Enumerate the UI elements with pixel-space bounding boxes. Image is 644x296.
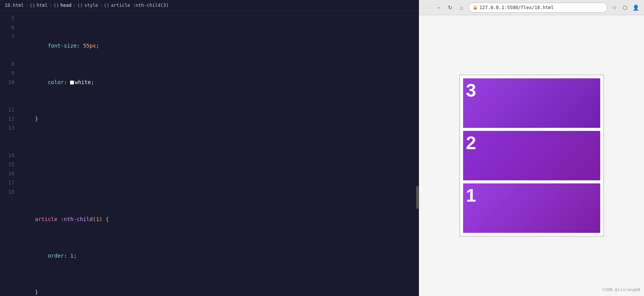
url-text: 127.0.0.1:5500/flex/18.html <box>479 5 554 10</box>
flex-box-3: 3 <box>463 78 600 128</box>
scrollbar-thumb[interactable] <box>416 186 419 209</box>
breadcrumb-style[interactable]: style <box>84 3 98 8</box>
scrollbar-track[interactable] <box>416 21 419 296</box>
breadcrumb-head[interactable]: head <box>61 3 72 8</box>
breadcrumb-sep-1: › <box>26 3 28 8</box>
forward-button[interactable]: → <box>434 3 443 12</box>
browser-toolbar: ← → ↻ ⌂ 🔒 127.0.0.1:5500/flex/18.html ☆ … <box>419 0 644 15</box>
home-button[interactable]: ⌂ <box>457 3 466 12</box>
flex-box-2: 2 <box>463 131 600 180</box>
editor-panel: 18.html › ⟨⟩ html › ⟨⟩ head › ⟨⟩ style ›… <box>0 0 419 296</box>
address-bar[interactable]: 🔒 127.0.0.1:5500/flex/18.html <box>468 3 607 13</box>
breadcrumb-style-icon: ⟨⟩ <box>77 3 83 8</box>
back-button[interactable]: ← <box>423 3 432 12</box>
line-numbers: 5 6 7 8 9 10 11 12 13 14 15 16 17 18 <box>0 11 19 296</box>
cast-button[interactable]: ⬡ <box>620 3 630 12</box>
breadcrumb: 18.html › ⟨⟩ html › ⟨⟩ head › ⟨⟩ style ›… <box>0 0 419 11</box>
breadcrumb-sep-4: › <box>100 3 102 8</box>
preview-area: 3 2 1 CSDN @liulang68 <box>419 15 644 296</box>
code-line-brace2: } <box>22 288 419 296</box>
code-editor[interactable]: font-size: 55px; color: white; } article… <box>19 11 419 296</box>
code-line-fontsize: font-size: 55px; <box>22 41 419 50</box>
watermark: CSDN @liulang68 <box>602 287 640 292</box>
reload-button[interactable]: ↻ <box>446 3 455 12</box>
browser-panel: ← → ↻ ⌂ 🔒 127.0.0.1:5500/flex/18.html ☆ … <box>419 0 644 296</box>
profile-button[interactable]: 👤 <box>631 3 640 12</box>
code-line-blank1 <box>22 151 419 160</box>
box-number-1: 1 <box>466 186 476 205</box>
breadcrumb-sep-2: › <box>49 3 52 8</box>
breadcrumb-head-icon: ⟨⟩ <box>53 3 59 8</box>
box-number-2: 2 <box>466 134 476 152</box>
box-number-3: 3 <box>466 81 476 100</box>
code-line-blank2 <box>22 178 419 187</box>
browser-viewport: 3 2 1 <box>459 75 604 237</box>
code-line-brace1: } <box>22 114 419 123</box>
flex-box-1: 1 <box>463 183 600 233</box>
code-area[interactable]: 5 6 7 8 9 10 11 12 13 14 15 16 17 18 fon… <box>0 11 419 296</box>
breadcrumb-sep-3: › <box>73 3 76 8</box>
code-line-color: color: white; <box>22 78 419 87</box>
breadcrumb-file[interactable]: 18.html <box>5 3 24 8</box>
code-line-nth1: article :nth-child(1) { <box>22 215 419 224</box>
breadcrumb-article[interactable]: article :nth-child(3) <box>111 3 169 8</box>
breadcrumb-article-icon: ⟨⟩ <box>104 3 109 8</box>
bookmark-button[interactable]: ☆ <box>610 3 619 12</box>
browser-actions: ☆ ⬡ 👤 <box>610 3 640 12</box>
lock-icon: 🔒 <box>473 5 478 10</box>
breadcrumb-html-icon: ⟨⟩ <box>30 3 35 8</box>
code-line-order1: order: 1; <box>22 251 419 260</box>
breadcrumb-html[interactable]: html <box>37 3 48 8</box>
